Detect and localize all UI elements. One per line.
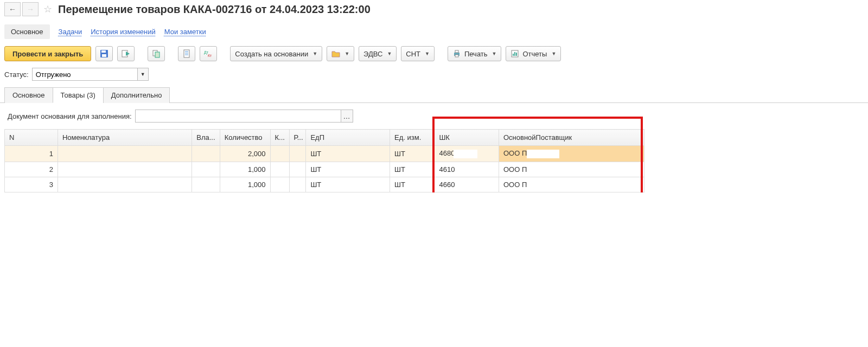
status-caret[interactable]: ▼ (138, 68, 149, 81)
snt-button[interactable]: СНТ▼ (401, 46, 435, 61)
cell-barcode: 4610 (435, 162, 499, 177)
tab-notes[interactable]: Мои заметки (164, 28, 206, 36)
caret-icon: ▼ (425, 51, 430, 56)
post-and-close-button[interactable]: Провести и закрыть (4, 46, 91, 61)
cell-unit: ШТ (390, 162, 435, 177)
svg-rect-5 (155, 52, 159, 57)
favorite-star-icon[interactable]: ☆ (42, 3, 54, 15)
subtab-extra[interactable]: Дополнительно (103, 87, 170, 103)
document-button-1[interactable] (178, 46, 195, 61)
cell-owner (192, 177, 220, 192)
cell-nomenclature (58, 177, 192, 192)
toolbar: Провести и закрыть ДтКт Создать на основ… (0, 44, 868, 67)
cell-r (289, 146, 306, 162)
snt-label: СНТ (406, 50, 420, 58)
create-based-label: Создать на основании (235, 50, 308, 58)
cell-quantity: 1,000 (220, 162, 270, 177)
caret-icon: ▼ (312, 51, 317, 56)
cell-barcode: 4680 (435, 146, 499, 162)
edvs-label: ЭДВС (363, 50, 382, 58)
cell-k (270, 162, 289, 177)
title-bar: ← → ☆ Перемещение товаров КАКА-002716 от… (0, 0, 868, 19)
cell-n: 1 (5, 146, 58, 162)
cell-r (289, 177, 306, 192)
cell-supplier: ООО П (499, 162, 644, 177)
col-barcode[interactable]: ШК (435, 130, 499, 146)
cell-supplier: ООО П (499, 177, 644, 192)
col-r[interactable]: Р... (289, 130, 306, 146)
post-icon (122, 49, 130, 58)
document-button-2[interactable]: ДтКт (200, 46, 217, 61)
page-title: Перемещение товаров КАКА-002716 от 24.04… (58, 3, 371, 16)
cell-quantity: 2,000 (220, 146, 270, 162)
svg-rect-6 (184, 50, 189, 57)
svg-text:Кт: Кт (208, 54, 212, 57)
col-supplier[interactable]: ОсновнойПоставщик (499, 130, 644, 146)
col-n[interactable]: N (5, 130, 58, 146)
svg-rect-14 (455, 55, 458, 57)
copy-button[interactable] (148, 46, 165, 61)
section-tabs: Основное Задачи История изменений Мои за… (0, 19, 868, 44)
subtab-main[interactable]: Основное (4, 87, 53, 103)
svg-rect-13 (455, 50, 458, 53)
cell-edp: ШТ (306, 177, 390, 192)
svg-rect-2 (102, 54, 106, 57)
print-button[interactable]: Печать▼ (448, 46, 502, 61)
cell-barcode: 4660 (435, 177, 499, 192)
col-quantity[interactable]: Количество (220, 130, 270, 146)
svg-rect-16 (513, 54, 514, 56)
cell-k (270, 146, 289, 162)
folder-icon (331, 49, 340, 58)
save-button[interactable] (95, 46, 113, 61)
cell-r (289, 162, 306, 177)
basis-row: Документ основания для заполнения: … (0, 103, 868, 129)
cell-nomenclature (58, 162, 192, 177)
table-row[interactable]: 3 1,000 ШТ ШТ 4660 ООО П (5, 177, 644, 192)
subtab-goods[interactable]: Товары (3) (53, 87, 104, 103)
cell-owner (192, 146, 220, 162)
reports-button[interactable]: Отчеты▼ (506, 46, 561, 61)
cell-nomenclature (58, 146, 192, 162)
basis-select-button[interactable]: … (341, 110, 353, 123)
table-header-row: N Номенклатура Вла... Количество К... Р.… (5, 130, 644, 146)
status-row: Статус: ▼ (0, 67, 868, 87)
cell-unit: ШТ (390, 146, 435, 162)
svg-rect-17 (514, 52, 515, 56)
debit-credit-icon: ДтКт (204, 49, 213, 58)
status-combo[interactable]: ▼ (32, 68, 149, 81)
basis-input[interactable] (135, 110, 341, 123)
status-input[interactable] (32, 68, 138, 81)
table-row[interactable]: 2 1,000 ШТ ШТ 4610 ООО П (5, 162, 644, 177)
col-owner[interactable]: Вла... (192, 130, 220, 146)
folder-dropdown-button[interactable]: ▼ (327, 46, 354, 61)
svg-rect-1 (101, 50, 106, 53)
create-based-button[interactable]: Создать на основании▼ (230, 46, 322, 61)
cell-owner (192, 162, 220, 177)
print-label: Печать (464, 50, 488, 58)
caret-icon: ▼ (551, 51, 556, 56)
tab-main[interactable]: Основное (4, 24, 50, 39)
col-edp[interactable]: ЕдП (306, 130, 390, 146)
col-unit[interactable]: Ед. изм. (390, 130, 435, 146)
forward-button[interactable]: → (22, 2, 39, 16)
caret-icon: ▼ (387, 51, 392, 56)
subtabs: Основное Товары (3) Дополнительно (0, 87, 868, 103)
caret-icon: ▼ (344, 51, 349, 56)
tab-tasks[interactable]: Задачи (59, 28, 82, 36)
cell-supplier: ООО П (499, 146, 644, 162)
table-row[interactable]: 1 2,000 ШТ ШТ 4680 ООО П (5, 146, 644, 162)
cell-k (270, 177, 289, 192)
col-nomenclature[interactable]: Номенклатура (58, 130, 192, 146)
copy-icon (152, 49, 161, 58)
document-icon (182, 49, 191, 58)
floppy-icon (100, 49, 108, 58)
cell-edp: ШТ (306, 162, 390, 177)
printer-icon (452, 49, 461, 58)
post-button[interactable] (117, 46, 135, 61)
cell-unit: ШТ (390, 177, 435, 192)
col-k[interactable]: К... (270, 130, 289, 146)
tab-history[interactable]: История изменений (91, 28, 156, 36)
back-button[interactable]: ← (4, 2, 21, 16)
edvs-button[interactable]: ЭДВС▼ (359, 46, 397, 61)
cell-n: 2 (5, 162, 58, 177)
